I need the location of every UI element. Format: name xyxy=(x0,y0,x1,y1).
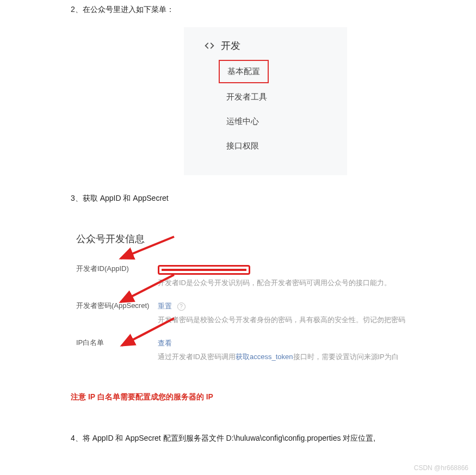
dev-info-panel: 公众号开发信息 开发者ID(AppID) 开发者ID是公众号开发识别码，配合开发… xyxy=(71,216,460,379)
ip-desc-link[interactable]: 获取access_token xyxy=(236,353,293,361)
row-appid: 开发者ID(AppID) 开发者ID是公众号开发识别码，配合开发者密码可调用公众… xyxy=(76,263,460,291)
reset-link[interactable]: 重置 xyxy=(158,302,172,310)
label-appid: 开发者ID(AppID) xyxy=(76,263,158,274)
menu-header: 开发 xyxy=(203,39,327,52)
menu-item-dev-tools[interactable]: 开发者工具 xyxy=(219,87,275,108)
step-3-text: 3、获取 AppID 和 AppSecret xyxy=(71,192,460,205)
menu-section-title: 开发 xyxy=(221,39,240,52)
menu-items: 基本配置 开发者工具 运维中心 接口权限 xyxy=(203,60,327,157)
dev-info-title: 公众号开发信息 xyxy=(76,232,460,245)
menu-item-api-permission[interactable]: 接口权限 xyxy=(219,135,267,157)
ip-desc-post: 接口时，需要设置访问来源IP为白 xyxy=(293,353,399,361)
appid-desc: 开发者ID是公众号开发识别码，配合开发者密码可调用公众号的接口能力。 xyxy=(158,276,460,290)
step-2-text: 2、在公众号里进入如下菜单： xyxy=(71,3,460,16)
row-appsecret: 开发者密码(AppSecret) 重置 ? 开发者密码是校验公众号开发者身份的密… xyxy=(76,300,460,328)
view-link[interactable]: 查看 xyxy=(158,339,172,347)
ip-warning: 注意 IP 白名单需要配置成您的服务器的 IP xyxy=(71,392,460,402)
label-appsecret: 开发者密码(AppSecret) xyxy=(76,300,158,311)
appsecret-desc: 开发者密码是校验公众号开发者身份的密码，具有极高的安全性。切记勿把密码 xyxy=(158,313,460,327)
label-ip-whitelist: IP白名单 xyxy=(76,337,158,348)
step-4-text: 4、将 AppID 和 AppSecret 配置到服务器文件 D:\huluwa… xyxy=(71,429,460,448)
ip-desc-pre: 通过开发者ID及密码调用 xyxy=(158,353,236,361)
code-icon xyxy=(203,40,215,52)
ip-desc: 通过开发者ID及密码调用获取access_token接口时，需要设置访问来源IP… xyxy=(158,350,460,364)
help-icon[interactable]: ? xyxy=(177,303,186,311)
dev-menu-figure: 开发 基本配置 开发者工具 运维中心 接口权限 xyxy=(184,27,347,175)
appid-value-redacted xyxy=(158,265,250,275)
menu-item-basic-config[interactable]: 基本配置 xyxy=(219,60,269,83)
menu-item-ops-center[interactable]: 运维中心 xyxy=(219,111,267,132)
row-ip-whitelist: IP白名单 查看 通过开发者ID及密码调用获取access_token接口时，需… xyxy=(76,337,460,365)
